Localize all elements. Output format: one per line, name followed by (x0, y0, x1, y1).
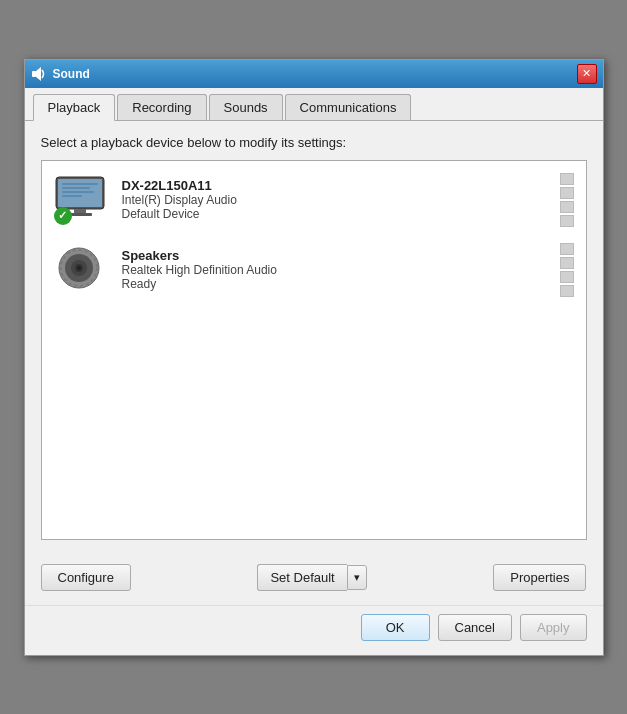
speakers-icon-wrap (54, 245, 110, 295)
device-sub1-speakers: Realtek High Definition Audio (122, 263, 277, 277)
footer-buttons: OK Cancel Apply (25, 605, 603, 655)
main-content: Select a playback device below to modify… (25, 121, 603, 554)
scroll-seg (560, 187, 574, 199)
tab-bar: Playback Recording Sounds Communications (25, 88, 603, 121)
title-bar-left: Sound (31, 66, 90, 82)
instruction-text: Select a playback device below to modify… (41, 135, 587, 150)
apply-button[interactable]: Apply (520, 614, 587, 641)
set-default-button[interactable]: Set Default (257, 564, 346, 591)
ok-button[interactable]: OK (361, 614, 430, 641)
svg-rect-9 (62, 195, 82, 197)
action-buttons: Configure Set Default ▾ Properties (25, 554, 603, 605)
close-button[interactable]: ✕ (577, 64, 597, 84)
device-sub2-monitor: Default Device (122, 207, 237, 221)
scrollbar-area2[interactable] (560, 243, 574, 297)
tab-recording[interactable]: Recording (117, 94, 206, 120)
device-info-monitor: DX-22L150A11 Intel(R) Display Audio Defa… (122, 178, 237, 221)
device-info-speakers: Speakers Realtek High Definition Audio R… (122, 248, 277, 291)
tab-sounds[interactable]: Sounds (209, 94, 283, 120)
scroll-seg (560, 271, 574, 283)
window-title: Sound (53, 67, 90, 81)
title-bar: Sound ✕ (25, 60, 603, 88)
configure-button[interactable]: Configure (41, 564, 131, 591)
monitor-icon-wrap: ✓ (54, 175, 110, 225)
tab-playback[interactable]: Playback (33, 94, 116, 121)
sound-icon (31, 66, 47, 82)
speakers-icon (54, 245, 104, 291)
svg-rect-6 (62, 183, 98, 185)
properties-button[interactable]: Properties (493, 564, 586, 591)
scroll-seg (560, 257, 574, 269)
cancel-button[interactable]: Cancel (438, 614, 512, 641)
scroll-seg (560, 215, 574, 227)
scroll-seg (560, 243, 574, 255)
tab-communications[interactable]: Communications (285, 94, 412, 120)
svg-rect-4 (74, 209, 86, 213)
svg-point-14 (77, 266, 81, 270)
svg-rect-8 (62, 191, 94, 193)
device-name-speakers: Speakers (122, 248, 277, 263)
set-default-group: Set Default ▾ (257, 564, 366, 591)
device-list: ✓ DX-22L150A11 Intel(R) Display Audio De… (41, 160, 587, 540)
scroll-seg (560, 201, 574, 213)
default-badge: ✓ (54, 207, 72, 225)
scroll-seg (560, 285, 574, 297)
device-name-monitor: DX-22L150A11 (122, 178, 237, 193)
svg-marker-1 (36, 67, 41, 81)
set-default-dropdown[interactable]: ▾ (347, 565, 367, 590)
sound-dialog: Sound ✕ Playback Recording Sounds Commun… (24, 59, 604, 656)
scroll-seg (560, 173, 574, 185)
scrollbar-area[interactable] (560, 173, 574, 227)
svg-rect-0 (32, 71, 36, 77)
device-sub2-speakers: Ready (122, 277, 277, 291)
device-item-speakers[interactable]: Speakers Realtek High Definition Audio R… (46, 235, 582, 305)
device-sub1-monitor: Intel(R) Display Audio (122, 193, 237, 207)
svg-rect-7 (62, 187, 90, 189)
device-item-monitor[interactable]: ✓ DX-22L150A11 Intel(R) Display Audio De… (46, 165, 582, 235)
